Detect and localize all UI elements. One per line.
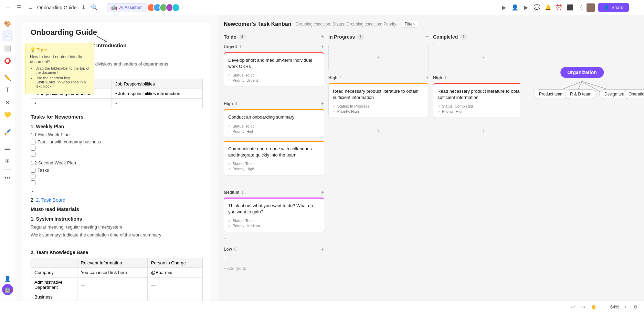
card-okrs-status: ○ Status: To do [228, 73, 320, 77]
kanban-filter-button[interactable]: Filter· [402, 21, 418, 28]
card-communicate-status: ○ Status: To do [228, 162, 320, 166]
sidebar-brush-icon[interactable]: 🖌️ [2, 126, 13, 137]
checkbox-5[interactable] [31, 174, 35, 179]
ai-assistant-label: AI Assistant [119, 5, 142, 10]
kt-row3-col1 [77, 292, 147, 301]
urgent-card-add[interactable]: + [224, 90, 324, 97]
mindmap-node-product[interactable]: Product team [534, 89, 569, 99]
high-group-add[interactable]: + [321, 101, 324, 107]
ai-assistant-button[interactable]: 🤖 AI Assistant [107, 3, 147, 12]
inprogress-add-icon[interactable]: + [425, 33, 429, 40]
task-board-link[interactable]: 2. Task Board [36, 197, 65, 203]
card-read-ip-status: ○ Status: In Progress [333, 104, 424, 108]
mindmap-node-ops[interactable]: Operations team [623, 89, 644, 99]
medium-group-label: Medium 1 + [224, 189, 324, 195]
urgent-group-label: Urgent 1 + [224, 44, 324, 50]
kanban-title: Newcomer's Task Kanban [224, 21, 291, 27]
zoom-level: 64% [610, 304, 619, 310]
mindmap-node-rd[interactable]: R & D team [565, 89, 597, 99]
chat-icon[interactable]: 💬 [533, 3, 541, 12]
grid-icon[interactable]: ⬛ [566, 3, 574, 12]
checkbox-3[interactable] [31, 152, 35, 157]
completed-col-title: Completed [433, 34, 458, 40]
card-communicate[interactable]: Communicate one-on-one with colleagues a… [224, 141, 324, 175]
checkbox-item-4: Tasks [31, 168, 203, 173]
bell-icon[interactable]: 🔔 [544, 3, 552, 12]
low-group-add[interactable]: + [321, 246, 324, 252]
card-think[interactable]: Think about what you want to do? What do… [224, 198, 324, 232]
inprogress-bottom-add[interactable]: + [328, 121, 429, 141]
todo-add-group[interactable]: + Add group [224, 265, 324, 272]
task-board-link-container: 2. 2. Task Board [31, 197, 203, 203]
sticky-note-content: How to insert content into the document? [30, 54, 90, 64]
menu-icon[interactable]: ☰ [15, 3, 23, 12]
sidebar-doc-icon[interactable]: 📄 [2, 30, 13, 41]
high-card-add[interactable]: + [224, 178, 324, 186]
sidebar-circle-icon[interactable]: ⭕ [2, 55, 13, 66]
sidebar-divider-2 [3, 123, 12, 123]
zoom-out-button[interactable]: − [600, 303, 608, 311]
checkbox-2[interactable] [31, 146, 35, 151]
todo-add-icon[interactable]: + [320, 33, 324, 40]
low-label-text: Low [224, 247, 232, 252]
sidebar-note-icon[interactable]: 💛 [2, 109, 13, 120]
hand-tool-icon[interactable]: ✋ [590, 303, 598, 311]
topbar-middle: 🤖 AI Assistant [107, 3, 180, 12]
ip-high-count: 1 [340, 75, 342, 80]
person-icon[interactable]: 👤 [511, 3, 519, 12]
checkbox-6[interactable] [31, 180, 35, 185]
back-icon[interactable]: ← [4, 3, 12, 12]
undo-icon[interactable]: ↩ [569, 303, 577, 311]
kt-row3-col2 [147, 292, 202, 301]
priority-icon-3: ○ [228, 167, 231, 171]
urgent-group-add[interactable]: + [321, 44, 324, 50]
sidebar-palette-icon[interactable]: 🎨 [2, 18, 13, 29]
clock-icon[interactable]: ⏰ [555, 3, 563, 12]
sidebar-ai-mini-icon[interactable]: 🤖 [2, 284, 13, 295]
priority-text-6: Priority: High [442, 109, 464, 113]
user-avatar[interactable] [586, 3, 595, 12]
status-icon-3: ○ [228, 162, 231, 166]
checkbox-1[interactable] [31, 140, 35, 144]
play-icon[interactable]: ▶ [522, 3, 530, 12]
completed-bottom-add[interactable]: + [433, 121, 520, 141]
more-icon[interactable]: … [632, 3, 640, 12]
ip-high-add[interactable]: + [426, 75, 429, 81]
search-icon[interactable]: 🔍 [90, 3, 98, 12]
card-onboarding-summary[interactable]: Conduct an onboarding summary ○ Status: … [224, 109, 324, 138]
expand-icon[interactable]: ▶ [500, 3, 508, 12]
high-group-label-inprogress: High 1 + [328, 75, 429, 81]
low-card-add[interactable]: + [224, 254, 324, 262]
sidebar-user-settings-icon[interactable]: 👤 [2, 273, 13, 284]
collapse-icon[interactable]: ⟨ [577, 3, 585, 12]
share-button[interactable]: 👤 Share [598, 3, 629, 12]
sidebar-bar-icon[interactable]: ▬ [2, 143, 13, 154]
kt-header-1: Relevant Information [77, 258, 147, 268]
card-read-inprogress[interactable]: Read necessary product literature to obt… [328, 83, 429, 118]
medium-group-add[interactable]: + [321, 189, 324, 195]
sidebar-table-icon[interactable]: ⊞ [2, 155, 13, 166]
kt-row1-col1: You can insert link here [77, 268, 147, 277]
inprogress-add-placeholder[interactable]: + [377, 54, 380, 61]
sidebar-pen-icon[interactable]: ✏️ [2, 72, 13, 83]
sidebar-shape-icon[interactable]: ⬜ [2, 43, 13, 54]
sidebar-bottom: 👤 🤖 [2, 273, 13, 298]
sidebar-text-icon[interactable]: T [2, 84, 13, 95]
redo-icon[interactable]: ↪ [579, 303, 588, 311]
zoom-in-button[interactable]: + [621, 303, 630, 311]
settings-icon[interactable]: ⚙ [632, 303, 640, 311]
mindmap-center-node[interactable]: Organization [560, 67, 604, 78]
card-okrs[interactable]: Develop short and medium-term individual… [224, 52, 324, 87]
kt-header-0 [31, 258, 77, 268]
card-read-completed[interactable]: Read necessary product literature to obt… [433, 83, 520, 118]
sidebar-cross-icon[interactable]: ✕ [2, 97, 13, 108]
medium-card-add[interactable]: + [224, 235, 324, 243]
sidebar-more-icon[interactable]: ••• [2, 172, 13, 183]
completed-add-placeholder[interactable]: + [482, 54, 485, 61]
status-icon: ○ [228, 73, 231, 77]
sticky-note-list: Drag the table/label to the top of the d… [30, 66, 90, 88]
checkbox-4[interactable] [31, 168, 35, 173]
download-icon[interactable]: ⬇ [79, 3, 87, 12]
status-text-2: Status: To do [233, 124, 255, 128]
priority-text-3: Priority: High [233, 167, 254, 171]
